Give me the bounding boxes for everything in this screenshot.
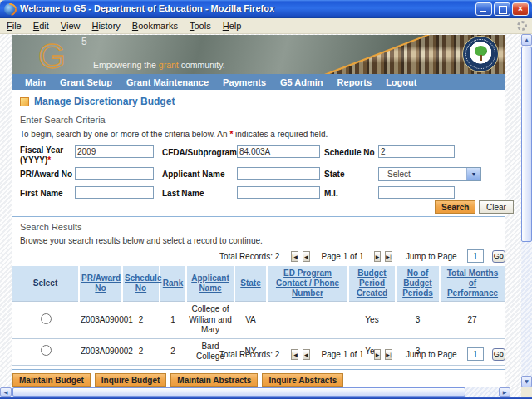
last-name-input[interactable] (237, 186, 320, 199)
col-state[interactable]: State (234, 266, 267, 302)
jump-to-page-label: Jump to Page (406, 252, 457, 261)
banner-tagline: Empowering the grant community. (93, 60, 225, 70)
menu-history[interactable]: History (92, 21, 121, 31)
results-header-row: Select PR/Award No Schedule No Rank Appl… (12, 266, 505, 302)
go-button[interactable]: Go (492, 348, 505, 361)
menu-edit[interactable]: Edit (33, 21, 49, 31)
menu-view[interactable]: View (61, 21, 81, 31)
seal-tree-trunk (480, 55, 482, 61)
window-title: Welcome to G5 - Department of Education … (20, 3, 274, 13)
col-schedule-no[interactable]: Schedule No (122, 266, 160, 302)
fiscal-year-input[interactable] (75, 145, 154, 158)
cfda-subprogram-input[interactable] (237, 145, 320, 158)
nav-logout[interactable]: Logout (386, 77, 416, 87)
search-button[interactable]: Search (435, 200, 475, 214)
scroll-down-icon[interactable]: ▼ (521, 376, 532, 387)
menu-help[interactable]: Help (223, 21, 242, 31)
cell-state: VA (234, 302, 267, 339)
next-page-button[interactable]: ▶ (374, 251, 382, 262)
applicant-name-input[interactable] (237, 167, 320, 180)
last-page-button[interactable]: ▶| (385, 349, 392, 360)
total-records: Total Records: 2 (219, 350, 279, 359)
ed-seal (462, 36, 499, 72)
table-row: Z003A090001 2 1 College of William and M… (12, 302, 505, 339)
vertical-scrollbar[interactable]: ▲ ▼ (521, 34, 532, 387)
next-page-icon: ▶ (376, 254, 380, 259)
menu-tools[interactable]: Tools (190, 21, 211, 31)
fiscal-year-label: Fiscal Year (YYYY)* (20, 145, 71, 165)
schedule-no-input[interactable] (378, 145, 455, 158)
schedule-no-label: Schedule No (324, 148, 375, 158)
prev-page-button[interactable]: ◀ (303, 349, 310, 360)
state-select[interactable]: - Select - ▼ (378, 167, 481, 181)
vertical-scroll-thumb[interactable] (521, 47, 532, 242)
nav-grant-setup[interactable]: Grant Setup (60, 77, 112, 87)
maintain-budget-button[interactable]: Maintain Budget (12, 373, 91, 387)
col-ed-contact[interactable]: ED Program Contact / Phone Number (267, 266, 348, 302)
col-applicant-name[interactable]: Applicant Name (186, 266, 234, 302)
scroll-up-icon[interactable]: ▲ (521, 34, 532, 46)
firefox-icon (4, 3, 16, 15)
next-page-button[interactable]: ▶ (374, 349, 382, 360)
throbber-icon (517, 21, 527, 31)
close-icon: × (518, 4, 523, 13)
results-instructions: Browse your search results below and sel… (20, 236, 263, 245)
jump-to-page-label: Jump to Page (406, 350, 457, 359)
close-button[interactable]: × (512, 2, 529, 16)
g5-banner: G 5 Empowering the grant community. (12, 35, 505, 74)
first-name-input[interactable] (75, 186, 154, 199)
horizontal-scrollbar[interactable]: ◀ ▶ (0, 387, 510, 397)
col-total-months[interactable]: Total Months of Performance (440, 266, 505, 302)
page-content: Manage Discretionary Budget Enter Search… (12, 90, 505, 387)
cell-budget-created: Yes (348, 302, 396, 339)
col-budget-period-created[interactable]: Budget Period Created (348, 266, 396, 302)
clear-button[interactable]: Clear (479, 200, 514, 214)
jump-to-page-input[interactable] (467, 347, 484, 361)
nav-g5-admin[interactable]: G5 Admin (280, 77, 323, 87)
chevron-down-icon[interactable]: ▼ (466, 168, 480, 180)
col-pr-award[interactable]: PR/Award No (79, 266, 122, 302)
last-page-icon: ▶| (386, 254, 392, 259)
jump-to-page-input[interactable] (467, 249, 484, 263)
col-no-budget-periods[interactable]: No of Budget Periods (396, 266, 440, 302)
scroll-right-icon[interactable]: ▶ (499, 387, 510, 397)
title-bar: Welcome to G5 - Department of Education … (0, 0, 532, 18)
minimize-icon (480, 11, 486, 12)
nav-main[interactable]: Main (25, 77, 46, 87)
scroll-left-icon[interactable]: ◀ (0, 387, 12, 397)
menu-file[interactable]: File (7, 21, 22, 31)
menu-bookmarks[interactable]: Bookmarks (132, 21, 178, 31)
restore-button[interactable] (494, 2, 510, 16)
nav-grant-maintenance[interactable]: Grant Maintenance (126, 77, 209, 87)
inquire-budget-button[interactable]: Inquire Budget (95, 373, 167, 387)
inquire-abstracts-button[interactable]: Inquire Abstracts (262, 373, 343, 387)
nav-payments[interactable]: Payments (223, 77, 266, 87)
prev-page-button[interactable]: ◀ (303, 251, 310, 262)
scrollbar-corner (510, 387, 521, 397)
select-radio[interactable] (41, 313, 52, 324)
total-records: Total Records: 2 (219, 252, 279, 261)
page-indicator: Page 1 of 1 (322, 350, 364, 359)
cell-applicant: College of William and Mary (186, 302, 234, 339)
menu-bar: File Edit View History Bookmarks Tools H… (0, 18, 532, 34)
search-criteria-heading: Enter Search Criteria (20, 115, 106, 125)
go-button[interactable]: Go (492, 250, 505, 263)
first-page-button[interactable]: |◀ (291, 349, 298, 360)
g5-logo-5: 5 (81, 36, 87, 47)
minimize-button[interactable] (475, 2, 492, 16)
actions-divider (12, 369, 505, 370)
state-selected-value: - Select - (382, 170, 416, 179)
last-page-button[interactable]: ▶| (385, 251, 392, 262)
first-page-button[interactable]: |◀ (291, 251, 298, 262)
col-rank[interactable]: Rank (160, 266, 186, 302)
mi-input[interactable] (378, 186, 455, 199)
last-page-icon: ▶| (386, 352, 392, 357)
nav-reports[interactable]: Reports (337, 77, 372, 87)
pagination-bottom: Total Records: 2 |◀ ◀ Page 1 of 1 ▶ ▶| J… (12, 347, 505, 361)
last-name-label: Last Name (162, 189, 204, 199)
maintain-abstracts-button[interactable]: Maintain Abstracts (170, 373, 258, 387)
page-indicator: Page 1 of 1 (322, 252, 364, 261)
horizontal-scroll-thumb[interactable] (12, 387, 466, 397)
search-results-heading: Search Results (20, 222, 82, 232)
pr-award-no-input[interactable] (75, 167, 154, 180)
